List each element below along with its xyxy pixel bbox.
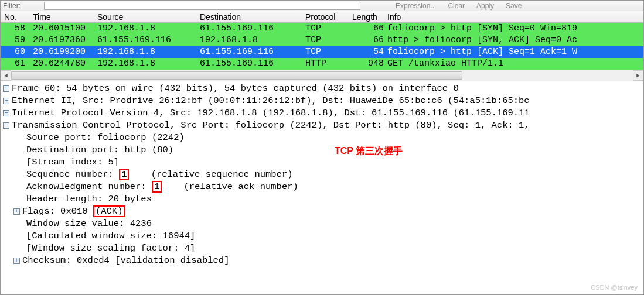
apply-button[interactable]: Apply xyxy=(476,2,494,10)
cell-no: 61 xyxy=(1,58,33,70)
cell-dst: 61.155.169.116 xyxy=(200,46,305,58)
tree-ethernet[interactable]: +Ethernet II, Src: Prodrive_26:12:bf (00… xyxy=(3,95,641,107)
cell-no: 58 xyxy=(1,23,33,35)
cell-proto: TCP xyxy=(305,35,352,46)
cell-dst: 61.155.169.116 xyxy=(200,23,305,35)
expression-button[interactable]: Expression... xyxy=(396,2,436,10)
tcp-calcwin[interactable]: [Calculated window size: 16944] xyxy=(3,230,641,242)
cell-no: 59 xyxy=(1,35,33,46)
tcp-hdrlen[interactable]: Header length: 20 bytes xyxy=(3,193,641,205)
filter-toolbar: Filter: Expression... Clear Apply Save xyxy=(1,1,643,11)
col-proto[interactable]: Protocol xyxy=(305,11,352,22)
expand-icon[interactable]: + xyxy=(3,110,9,116)
col-time[interactable]: Time xyxy=(33,11,97,22)
horizontal-scrollbar[interactable]: ◄ ► xyxy=(1,70,643,81)
annotation-text: TCP 第三次握手 xyxy=(335,145,403,157)
cell-dst: 61.155.169.116 xyxy=(200,58,305,70)
packet-row[interactable]: 6020.6199200192.168.1.861.155.169.116TCP… xyxy=(1,46,643,58)
col-no[interactable]: No. xyxy=(1,11,33,22)
tree-tcp[interactable]: −Transmission Control Protocol, Src Port… xyxy=(3,119,641,132)
cell-info: http > foliocorp [SYN, ACK] Seq=0 Ac xyxy=(387,35,643,46)
col-len[interactable]: Length xyxy=(352,11,387,22)
cell-dst: 192.168.1.8 xyxy=(200,35,305,46)
tcp-srcport[interactable]: Source port: foliocorp (2242) xyxy=(3,132,641,144)
tree-frame[interactable]: +Frame 60: 54 bytes on wire (432 bits), … xyxy=(3,83,641,95)
cell-src: 192.168.1.8 xyxy=(97,46,200,58)
expand-icon[interactable]: + xyxy=(13,208,20,215)
cell-len: 54 xyxy=(352,46,387,58)
seq-highlight: 1 xyxy=(119,169,129,180)
scroll-right-icon[interactable]: ► xyxy=(633,70,643,81)
tcp-seq[interactable]: Sequence number: 1 (relative sequence nu… xyxy=(3,169,641,181)
col-info[interactable]: Info xyxy=(387,11,643,22)
scroll-thumb[interactable] xyxy=(11,71,462,80)
cell-len: 948 xyxy=(352,58,387,70)
cell-len: 66 xyxy=(352,35,387,46)
packet-row[interactable]: 5820.6015100192.168.1.861.155.169.116TCP… xyxy=(1,23,643,35)
packet-row[interactable]: 5920.619736061.155.169.116192.168.1.8TCP… xyxy=(1,35,643,46)
flags-highlight: (ACK) xyxy=(93,205,125,217)
cell-len: 66 xyxy=(352,23,387,35)
cell-no: 60 xyxy=(1,46,33,58)
filter-input[interactable] xyxy=(44,2,360,10)
scroll-track[interactable] xyxy=(11,70,633,81)
tcp-dstport[interactable]: Destination port: http (80) xyxy=(3,144,641,156)
clear-button[interactable]: Clear xyxy=(448,2,465,10)
filter-label: Filter: xyxy=(3,2,21,10)
save-button[interactable]: Save xyxy=(506,2,522,10)
tcp-winsize[interactable]: Window size value: 4236 xyxy=(3,218,641,230)
cell-info: foliocorp > http [ACK] Seq=1 Ack=1 W xyxy=(387,46,643,58)
cell-proto: TCP xyxy=(305,23,352,35)
tcp-winscale[interactable]: [Window size scaling factor: 4] xyxy=(3,242,641,255)
cell-proto: TCP xyxy=(305,46,352,58)
tcp-flags[interactable]: +Flags: 0x010 (ACK) xyxy=(3,205,641,218)
tree-ip[interactable]: +Internet Protocol Version 4, Src: 192.1… xyxy=(3,107,641,119)
tcp-stream[interactable]: [Stream index: 5] xyxy=(3,156,641,169)
ack-highlight: 1 xyxy=(152,181,162,193)
packet-list[interactable]: No. Time Source Destination Protocol Len… xyxy=(1,11,643,70)
cell-proto: HTTP xyxy=(305,58,352,70)
col-dst[interactable]: Destination xyxy=(200,11,305,22)
cell-time: 20.6199200 xyxy=(33,46,97,58)
cell-src: 61.155.169.116 xyxy=(97,35,200,46)
packet-row[interactable]: 6120.6244780192.168.1.861.155.169.116HTT… xyxy=(1,58,643,70)
cell-info: foliocorp > http [SYN] Seq=0 Win=819 xyxy=(387,23,643,35)
cell-time: 20.6015100 xyxy=(33,23,97,35)
tcp-checksum[interactable]: +Checksum: 0xded4 [validation disabled] xyxy=(3,255,641,267)
col-src[interactable]: Source xyxy=(97,11,200,22)
watermark: CSDN @tsinvey xyxy=(591,284,638,291)
expand-icon[interactable]: + xyxy=(13,258,20,264)
expand-icon[interactable]: + xyxy=(3,85,9,92)
cell-time: 20.6197360 xyxy=(33,35,97,46)
cell-time: 20.6244780 xyxy=(33,58,97,70)
cell-info: GET /tankxiao HTTP/1.1 xyxy=(387,58,643,70)
packet-details[interactable]: +Frame 60: 54 bytes on wire (432 bits), … xyxy=(1,81,643,267)
cell-src: 192.168.1.8 xyxy=(97,58,200,70)
expand-icon[interactable]: + xyxy=(3,98,9,104)
tcp-ack[interactable]: Acknowledgment number: 1 (relative ack n… xyxy=(3,181,641,193)
collapse-icon[interactable]: − xyxy=(3,122,9,129)
packet-list-header: No. Time Source Destination Protocol Len… xyxy=(1,11,643,23)
scroll-left-icon[interactable]: ◄ xyxy=(1,70,11,81)
cell-src: 192.168.1.8 xyxy=(97,23,200,35)
